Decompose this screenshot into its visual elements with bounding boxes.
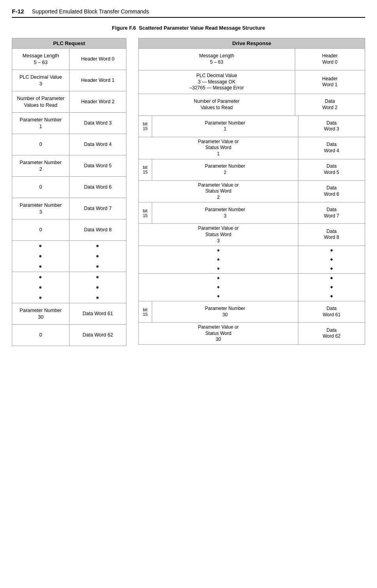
dr-dots-2-right: ••• <box>298 274 365 301</box>
plc-row-7-left: Parameter Number3 <box>12 198 69 219</box>
dr-dots-1-left: ••• <box>139 246 298 273</box>
dr-data-word-62: DataWord 62 <box>298 323 365 344</box>
plc-row-1-right: Header Word 1 <box>70 70 126 91</box>
plc-dots-2-right: ••• <box>70 272 126 303</box>
dr-row-plc-decimal: PLC Decimal Value3 — Message OK–32765 — … <box>139 70 365 94</box>
figure-label: Figure F.6 <box>112 25 136 31</box>
page-title: Supported Emulated Block Transfer Comman… <box>32 8 149 15</box>
diagram-container: PLC Request Message Length5 – 63 PLC Dec… <box>12 38 365 346</box>
dr-group-2-right: DataWord 5 DataWord 6 <box>298 159 365 202</box>
dr-param-30-bit: bit15 <box>139 301 152 322</box>
dr-group-3-left: bit15 Parameter Number3 Parameter Value … <box>139 202 298 246</box>
page-id: F-12 <box>12 8 24 15</box>
dr-value-30-row: Parameter Value orStatus Word30 <box>139 323 298 344</box>
plc-dots-1-left: ••• <box>12 241 69 272</box>
dr-data-word-61: DataWord 61 <box>298 301 365 323</box>
plc-bottom-0-left: Parameter Number30 <box>12 303 69 325</box>
dr-data-word-7: DataWord 7 <box>298 202 365 224</box>
dr-param-2-bit: bit15 <box>139 159 152 180</box>
plc-row-5-right: Data Word 5 <box>70 155 126 177</box>
plc-row-1-left: PLC Decimal Value3 <box>12 70 69 91</box>
figure-caption: Scattered Parameter Value Read Message S… <box>139 25 265 31</box>
plc-request-table: Message Length5 – 63 PLC Decimal Value3 … <box>12 49 126 346</box>
dr-value-3-row: Parameter Value orStatus Word3 <box>139 224 298 246</box>
dr-param-2-content: Parameter Number2 <box>152 159 298 180</box>
dr-group-30: bit15 Parameter Number30 Parameter Value… <box>139 301 365 345</box>
plc-row-8-right: Data Word 8 <box>70 219 126 241</box>
dr-value-3-content: Parameter Value orStatus Word3 <box>139 224 298 246</box>
dr-dots-1-right: ••• <box>298 246 365 273</box>
dr-header-word-1: HeaderWord 1 <box>295 70 365 94</box>
dr-data-word-8: DataWord 8 <box>298 224 365 245</box>
drive-response-section: Drive Response Message Length5 – 63 Head… <box>138 38 365 345</box>
dr-param-3-bit: bit15 <box>139 202 152 223</box>
plc-dots-2-left: ••• <box>12 272 69 303</box>
dr-msg-length-text: Message Length5 – 63 <box>139 49 295 70</box>
dr-group-1: bit15 Parameter Number1 Parameter Value … <box>139 116 365 159</box>
dr-data-word-6: DataWord 6 <box>298 181 365 202</box>
plc-row-6-left: 0 <box>12 177 69 198</box>
dr-dots-1: ••• ••• <box>139 246 365 274</box>
figure-title: Figure F.6 Scattered Parameter Value Rea… <box>12 25 365 31</box>
dr-param-3-split: bit15 Parameter Number3 <box>139 202 298 224</box>
dr-msg-length-content: Message Length5 – 63 <box>139 49 295 70</box>
dr-row-num-params: Number of ParameterValues to Read DataWo… <box>139 94 365 116</box>
plc-row-3-right: Data Word 3 <box>70 113 126 134</box>
plc-row-4-left: 0 <box>12 134 69 155</box>
dr-param-1-split: bit15 Parameter Number1 <box>139 116 298 137</box>
page-header: F-12 Supported Emulated Block Transfer C… <box>12 8 365 18</box>
dr-group-2: bit15 Parameter Number2 Parameter Value … <box>139 159 365 203</box>
dr-param-2-split: bit15 Parameter Number2 <box>139 159 298 181</box>
dr-value-2-row: Parameter Value orStatus Word2 <box>139 181 298 202</box>
plc-row-3-left: Parameter Number1 <box>12 113 69 134</box>
dr-value-30-content: Parameter Value orStatus Word30 <box>139 323 298 344</box>
dr-data-word-4: DataWord 4 <box>298 137 365 159</box>
dr-data-word-2: DataWord 2 <box>295 94 365 115</box>
dr-num-params-text: Number of ParameterValues to Read <box>139 94 295 115</box>
dr-group-30-right: DataWord 61 DataWord 62 <box>298 301 365 344</box>
plc-request-section: PLC Request Message Length5 – 63 PLC Dec… <box>12 38 126 346</box>
dr-table: Message Length5 – 63 HeaderWord 0 PLC De… <box>138 49 365 345</box>
dr-group-3: bit15 Parameter Number3 Parameter Value … <box>139 202 365 246</box>
dr-param-3-content: Parameter Number3 <box>152 202 298 223</box>
drive-response-header: Drive Response <box>138 38 365 49</box>
dr-group-30-left: bit15 Parameter Number30 Parameter Value… <box>139 301 298 344</box>
plc-row-0-right: Header Word 0 <box>70 49 126 70</box>
plc-bottom-1-right: Data Word 62 <box>70 325 126 346</box>
plc-row-2-right: Header Word 2 <box>70 91 126 113</box>
dr-param-30-content: Parameter Number30 <box>152 301 298 322</box>
plc-right-col: Header Word 0 Header Word 1 Header Word … <box>70 49 126 346</box>
dr-param-30-split: bit15 Parameter Number30 <box>139 301 298 323</box>
dr-dots-2-content: ••• <box>139 274 298 301</box>
dr-plc-decimal-text: PLC Decimal Value3 — Message OK–32765 — … <box>139 70 295 94</box>
dr-dots-2-left: ••• <box>139 274 298 301</box>
dr-group-1-left: bit15 Parameter Number1 Parameter Value … <box>139 116 298 159</box>
dr-group-3-right: DataWord 7 DataWord 8 <box>298 202 365 246</box>
dr-data-word-3: DataWord 3 <box>298 116 365 137</box>
plc-row-0-left: Message Length5 – 63 <box>12 49 69 70</box>
plc-row-8-left: 0 <box>12 219 69 241</box>
dr-plc-decimal-content: PLC Decimal Value3 — Message OK–32765 — … <box>139 70 295 94</box>
plc-row-2-left: Number of ParameterValues to Read <box>12 91 69 113</box>
plc-left-col: Message Length5 – 63 PLC Decimal Value3 … <box>12 49 70 346</box>
dr-param-1-content: Parameter Number1 <box>152 116 298 137</box>
dr-group-2-left: bit15 Parameter Number2 Parameter Value … <box>139 159 298 202</box>
dr-row-msg-length: Message Length5 – 63 HeaderWord 0 <box>139 49 365 70</box>
plc-row-6-right: Data Word 6 <box>70 177 126 198</box>
dr-num-params-content: Number of ParameterValues to Read <box>139 94 295 115</box>
dr-param-1-bit: bit15 <box>139 116 152 137</box>
dr-value-1-content: Parameter Value orStatus Word1 <box>139 137 298 159</box>
plc-request-header: PLC Request <box>12 38 126 49</box>
dr-group-1-right: DataWord 3 DataWord 4 <box>298 116 365 159</box>
dr-dots-2: ••• ••• <box>139 274 365 301</box>
plc-bottom-0-right: Data Word 61 <box>70 303 126 325</box>
plc-row-7-right: Data Word 7 <box>70 198 126 219</box>
plc-row-4-right: Data Word 4 <box>70 134 126 155</box>
dr-dots-1-content: ••• <box>139 246 298 273</box>
dr-value-1-row: Parameter Value orStatus Word1 <box>139 137 298 159</box>
dr-header-word-0: HeaderWord 0 <box>295 49 365 70</box>
plc-row-5-left: Parameter Number2 <box>12 155 69 177</box>
dr-value-2-content: Parameter Value orStatus Word2 <box>139 181 298 202</box>
plc-dots-1-right: ••• <box>70 241 126 272</box>
dr-data-word-5: DataWord 5 <box>298 159 365 181</box>
